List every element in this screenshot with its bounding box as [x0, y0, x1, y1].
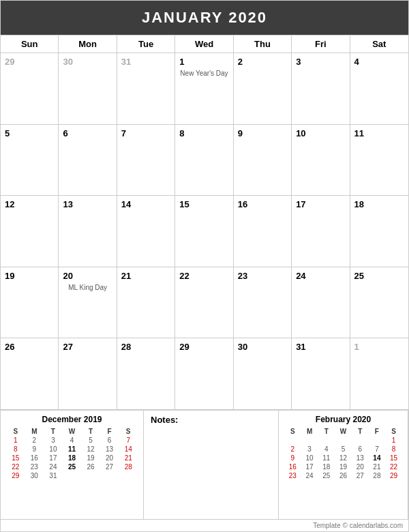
- day-header-thu: Thu: [234, 35, 292, 53]
- calendar-cell: 31: [292, 338, 350, 410]
- cell-number: 5: [5, 128, 54, 138]
- mini-day: 5: [335, 445, 352, 454]
- cell-number: 15: [179, 199, 228, 209]
- calendar-cell: 7: [117, 125, 175, 196]
- cell-number: 23: [238, 271, 287, 281]
- cell-number: 11: [354, 128, 404, 138]
- mini-day: [119, 471, 138, 480]
- mini-day: [100, 471, 119, 480]
- cell-number: 4: [354, 57, 404, 67]
- mini-day: 21: [119, 454, 138, 462]
- calendar-cell: 2: [234, 53, 292, 125]
- calendar-cell: 3: [292, 53, 350, 125]
- mini-day: 6: [100, 436, 119, 445]
- cell-number: 27: [63, 342, 112, 352]
- feb-mini-grid: SMTWTFS123456789101112131415161718192021…: [284, 427, 402, 480]
- cell-number: 28: [121, 342, 170, 352]
- day-header-sun: Sun: [1, 35, 59, 53]
- mini-day: 15: [385, 454, 402, 462]
- footer: Template © calendarlabs.com: [1, 519, 408, 531]
- cell-number: 26: [5, 342, 54, 352]
- calendar-header: JANUARY 2020: [1, 1, 408, 35]
- calendar-cell: 30: [59, 53, 117, 125]
- calendar-cell: 27: [59, 338, 117, 410]
- calendar-cell: 13: [59, 196, 117, 267]
- mini-day: 14: [119, 445, 138, 454]
- cell-number: 24: [296, 271, 345, 281]
- calendar-title: JANUARY 2020: [142, 9, 267, 26]
- calendar-cell: 1: [350, 338, 408, 410]
- calendar-cell: 6: [59, 125, 117, 196]
- mini-day: [335, 436, 352, 445]
- mini-day: 9: [25, 445, 44, 454]
- mini-day: 26: [81, 462, 100, 471]
- calendar-cell: 17: [292, 196, 350, 267]
- cell-number: 19: [5, 271, 54, 281]
- calendar-cell: 14: [117, 196, 175, 267]
- mini-day: 2: [25, 436, 44, 445]
- cell-number: 20: [63, 271, 112, 281]
- mini-day: 5: [81, 436, 100, 445]
- mini-day: 1: [6, 436, 25, 445]
- day-header-sat: Sat: [350, 35, 408, 53]
- mini-day: 27: [352, 471, 369, 480]
- cell-number: 31: [296, 342, 345, 352]
- calendar-cell: 31: [117, 53, 175, 125]
- mini-day: 22: [6, 462, 25, 471]
- calendar-cell: 19: [1, 267, 59, 339]
- cell-number: 21: [121, 271, 170, 281]
- mini-header: F: [100, 427, 119, 436]
- calendar-cell: 25: [350, 267, 408, 339]
- cell-number: 31: [121, 57, 170, 67]
- cell-number: 6: [63, 128, 112, 138]
- notes-label: Notes:: [151, 415, 271, 425]
- day-header-fri: Fri: [292, 35, 350, 53]
- mini-day: 7: [119, 436, 138, 445]
- dec-mini-grid: SMTWTFS123456789101112131415161718192021…: [6, 427, 138, 480]
- mini-day: 17: [44, 454, 63, 462]
- mini-cal-december: December 2019 SMTWTFS1234567891011121314…: [1, 411, 144, 519]
- cell-event: ML King Day: [63, 284, 112, 291]
- mini-cal-february: February 2020 SMTWTFS1234567891011121314…: [279, 411, 408, 519]
- mini-day: 13: [352, 454, 369, 462]
- mini-day: [318, 436, 335, 445]
- mini-day: 12: [335, 454, 352, 462]
- mini-day: 16: [25, 454, 44, 462]
- mini-day: 4: [318, 445, 335, 454]
- notes-section: Notes:: [144, 411, 279, 519]
- cell-number: 13: [63, 199, 112, 209]
- mini-day: 14: [369, 454, 386, 462]
- mini-day: 7: [369, 445, 386, 454]
- cell-number: 14: [121, 199, 170, 209]
- mini-day: 24: [44, 462, 63, 471]
- dec-mini-cal-title: December 2019: [6, 415, 138, 424]
- mini-day: 12: [81, 445, 100, 454]
- mini-day: 22: [385, 462, 402, 471]
- mini-day: 20: [352, 462, 369, 471]
- cell-number: 7: [121, 128, 170, 138]
- mini-day: 26: [335, 471, 352, 480]
- mini-day: 9: [284, 454, 301, 462]
- mini-header: M: [301, 427, 318, 436]
- mini-header: T: [318, 427, 335, 436]
- cell-number: 30: [63, 57, 112, 67]
- mini-header: T: [352, 427, 369, 436]
- mini-day: 11: [318, 454, 335, 462]
- mini-header: S: [6, 427, 25, 436]
- calendar-cell: 12: [1, 196, 59, 267]
- mini-day: 18: [63, 454, 82, 462]
- day-header-mon: Mon: [59, 35, 117, 53]
- cell-number: 16: [238, 199, 287, 209]
- mini-header: M: [25, 427, 44, 436]
- cell-number: 17: [296, 199, 345, 209]
- calendar-cell: 26: [1, 338, 59, 410]
- mini-day: 23: [284, 471, 301, 480]
- mini-day: 24: [301, 471, 318, 480]
- mini-header: S: [284, 427, 301, 436]
- mini-day: [369, 436, 386, 445]
- mini-day: 25: [318, 471, 335, 480]
- mini-day: [352, 436, 369, 445]
- calendar-cell: 21: [117, 267, 175, 339]
- mini-day: 28: [119, 462, 138, 471]
- mini-day: [284, 436, 301, 445]
